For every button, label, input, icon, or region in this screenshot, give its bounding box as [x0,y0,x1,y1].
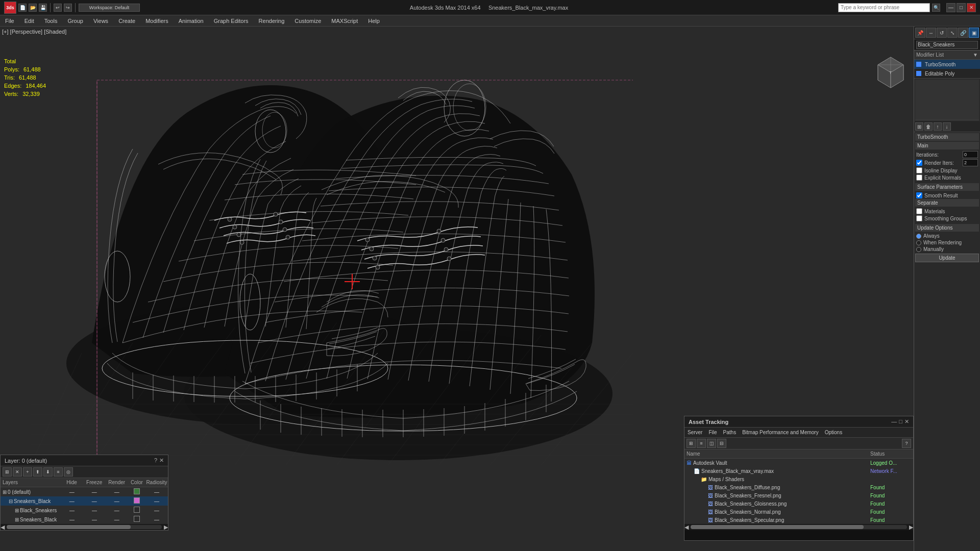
redo-btn[interactable]: ↪ [64,4,72,12]
menu-modifiers[interactable]: Modifiers [140,17,174,25]
workspace-dropdown[interactable]: Workspace: Default [79,4,140,12]
asset-tool2[interactable]: ≡ [697,439,706,448]
layer-col-name: Layers [1,480,61,485]
layer-help-btn[interactable]: ? [154,457,157,464]
isoline-checkbox[interactable] [916,167,922,173]
asset-help-btn[interactable]: ? [902,439,911,448]
asset-scroll-thumb[interactable] [691,525,864,529]
when-rendering-radio[interactable] [916,240,921,245]
minimize-btn[interactable]: — [946,3,955,12]
materials-checkbox[interactable] [916,208,922,214]
asset-scroll-right[interactable]: ▶ [909,524,913,531]
layer-tool5[interactable]: ⬇ [43,467,53,477]
layer-tool3[interactable]: + [23,467,32,477]
open-btn[interactable]: 📂 [29,4,37,12]
asset-menu-server[interactable]: Server [684,429,705,436]
asset-row-fresnel[interactable]: 🖼 Black_Sneakers_Fresnel.png Found [684,491,913,499]
manually-radio[interactable] [916,247,921,252]
modifier-item-editablepoly[interactable]: Editable Poly [914,69,980,78]
asset-row-gloisness[interactable]: 🖼 Black_Sneakers_Gloisness.png Found [684,499,913,508]
asset-tool1[interactable]: ⊞ [687,439,696,448]
smoothing-groups-checkbox[interactable] [916,215,922,221]
asset-path-input[interactable] [684,530,913,540]
layer-tool2[interactable]: ✕ [13,467,22,477]
maximize-btn[interactable]: □ [957,3,966,12]
update-button[interactable]: Update [915,254,979,262]
menu-animation[interactable]: Animation [174,17,209,25]
asset-scrollbar[interactable]: ◀ ▶ [684,524,913,530]
menu-maxscript[interactable]: MAXScript [326,17,363,25]
modifier-tool4[interactable]: ↓ [943,122,951,131]
modifier-tool1[interactable]: ⊞ [915,122,923,131]
search-icon[interactable]: 🔍 [932,4,940,12]
menu-views[interactable]: Views [88,17,113,25]
save-btn[interactable]: 💾 [39,4,47,12]
asset-row-max-file[interactable]: 📄 Sneakers_Black_max_vray.max Network F.… [684,467,913,475]
menu-tools[interactable]: Tools [39,17,63,25]
new-btn[interactable]: 📄 [18,4,27,12]
render-iters-input[interactable] [963,159,978,166]
modifier-dropdown-icon[interactable]: ▼ [973,52,978,58]
scroll-right-btn[interactable]: ▶ [164,524,168,531]
close-btn[interactable]: ✕ [967,3,976,12]
always-radio[interactable] [916,234,921,239]
object-name-input[interactable] [916,41,978,49]
asset-min-btn[interactable]: — [891,418,897,425]
scroll-left-btn[interactable]: ◀ [1,524,5,531]
asset-menu-file[interactable]: File [705,429,720,436]
asset-menu-bitmap[interactable]: Bitmap Performance and Memory [739,429,822,436]
asset-menu-options[interactable]: Options [822,429,845,436]
asset-scroll-left[interactable]: ◀ [684,524,689,531]
layer-row-sneakers-black2[interactable]: ⊞ Sneakers_Black — — — — [1,515,168,524]
layer-row-black-sneakers[interactable]: ⊞ Black_Sneakers — — — — [1,506,168,515]
scale-icon[interactable]: ⤡ [947,28,958,38]
pin-icon[interactable]: 📌 [915,28,925,38]
menu-rendering[interactable]: Rendering [254,17,290,25]
search-input[interactable] [838,3,930,12]
specular-icon: 🖼 [708,517,713,523]
layer-close-btn[interactable]: ✕ [159,457,164,464]
asset-scroll-track[interactable] [691,525,907,529]
scroll-track[interactable] [7,525,162,529]
asset-row-maps[interactable]: 📁 Maps / Shaders [684,475,913,483]
layer-row-sneakers-black[interactable]: ⊟ Sneakers_Black — — — — [1,496,168,506]
link-icon[interactable]: 🔗 [958,28,968,38]
layer-scrollbar[interactable]: ◀ ▶ [1,524,168,530]
asset-row-normal[interactable]: 🖼 Black_Sneakers_Normal.png Found [684,508,913,516]
menu-file[interactable]: File [0,17,19,25]
menu-customize[interactable]: Customize [289,17,326,25]
asset-row-diffuse[interactable]: 🖼 Black_Sneakers_Diffuse.png Found [684,483,913,491]
app-icon[interactable]: 3ds [4,2,16,14]
asset-row-vault[interactable]: 🏛 Autodesk Vault Logged O... [684,459,913,467]
layer-row-default[interactable]: ⊞ 0 (default) — — — — [1,487,168,496]
menu-edit[interactable]: Edit [19,17,39,25]
modifier-item-turbosmooth[interactable]: TurboSmooth [914,60,980,69]
asset-menu-paths[interactable]: Paths [720,429,740,436]
asset-tool3[interactable]: ◫ [707,439,716,448]
layer-tool6[interactable]: ≡ [54,467,63,477]
move-icon[interactable]: ↔ [926,28,936,38]
menu-group[interactable]: Group [62,17,88,25]
iterations-input[interactable] [963,151,978,158]
modifier-tool3[interactable]: ↑ [934,122,942,131]
layer-tool4[interactable]: ⬆ [33,467,42,477]
active-icon[interactable]: ▣ [969,28,979,38]
asset-row-specular[interactable]: 🖼 Black_Sneakers_Specular.png Found [684,516,913,524]
undo-btn[interactable]: ↩ [54,4,62,12]
layer-tool1[interactable]: ⊞ [3,467,12,477]
menu-graph-editors[interactable]: Graph Editors [209,17,254,25]
layer-tool7[interactable]: ◎ [64,467,73,477]
smooth-result-checkbox[interactable] [916,192,922,198]
modifier-tool2[interactable]: 🗑 [924,122,933,131]
render-iters-checkbox[interactable] [916,160,922,166]
asset-tool4[interactable]: ⊟ [717,439,726,448]
rotate-icon[interactable]: ↺ [937,28,947,38]
explicit-normals-checkbox[interactable] [916,174,922,181]
asset-close-btn[interactable]: ✕ [904,418,909,425]
menu-help[interactable]: Help [363,17,385,25]
viewport-gizmo[interactable]: T [873,55,909,90]
menu-create[interactable]: Create [113,17,140,25]
asset-max-btn[interactable]: □ [899,418,902,425]
modifier-panel: 📌 ↔ ↺ ⤡ 🔗 ▣ Modifier List ▼ TurboSmooth … [914,27,980,551]
scroll-thumb[interactable] [7,525,131,529]
